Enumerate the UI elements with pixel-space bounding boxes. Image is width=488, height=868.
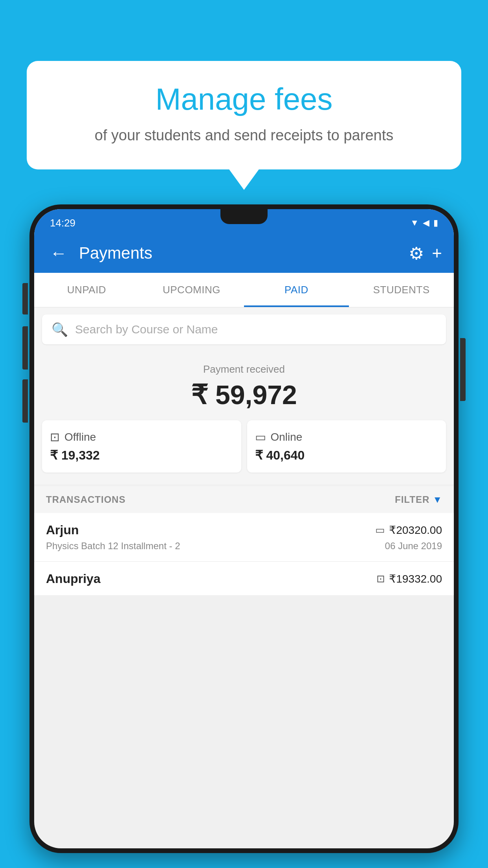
- transactions-label: TRANSACTIONS: [46, 494, 126, 505]
- transaction-detail-arjun: Physics Batch 12 Installment - 2: [46, 541, 180, 552]
- tab-unpaid[interactable]: UNPAID: [34, 273, 139, 307]
- offline-amount: ₹ 19,332: [50, 448, 233, 463]
- speech-bubble-title: Manage fees: [50, 83, 438, 116]
- transaction-amount-wrap-anupriya: ⊡ ₹19332.00: [376, 572, 442, 585]
- battery-icon: ▮: [433, 218, 438, 228]
- status-icons: ▼ ◀ ▮: [410, 218, 438, 228]
- search-icon: 🔍: [51, 322, 68, 337]
- payment-total-amount: ₹ 59,972: [42, 379, 446, 410]
- tab-students[interactable]: STUDENTS: [349, 273, 454, 307]
- payment-received-label: Payment received: [42, 363, 446, 375]
- volume-up-button: [22, 326, 28, 370]
- online-label: Online: [271, 431, 303, 443]
- transaction-online-icon-arjun: ▭: [375, 524, 385, 536]
- transaction-bottom-arjun: Physics Batch 12 Installment - 2 06 June…: [46, 541, 442, 552]
- speech-bubble-subtitle: of your students and send receipts to pa…: [50, 125, 438, 146]
- transaction-amount-wrap-arjun: ▭ ₹20320.00: [375, 524, 442, 537]
- settings-icon[interactable]: ⚙: [409, 243, 424, 263]
- filter-container[interactable]: FILTER ▼: [395, 494, 442, 505]
- transaction-offline-icon-anupriya: ⊡: [376, 573, 385, 585]
- back-button[interactable]: ←: [46, 239, 71, 267]
- offline-label: Offline: [64, 431, 96, 443]
- online-card: ▭ Online ₹ 40,640: [247, 420, 446, 473]
- transaction-top-anupriya: Anupriya ⊡ ₹19332.00: [46, 572, 442, 586]
- online-card-header: ▭ Online: [255, 430, 438, 444]
- tabs: UNPAID UPCOMING PAID STUDENTS: [34, 273, 454, 307]
- online-amount: ₹ 40,640: [255, 448, 438, 463]
- tab-paid[interactable]: PAID: [244, 273, 349, 307]
- transaction-name-anupriya: Anupriya: [46, 572, 101, 586]
- power-button: [460, 338, 466, 401]
- filter-label: FILTER: [395, 494, 429, 505]
- payment-cards: ⊡ Offline ₹ 19,332 ▭ Online ₹ 40,640: [42, 420, 446, 473]
- search-input[interactable]: Search by Course or Name: [75, 323, 218, 336]
- offline-card: ⊡ Offline ₹ 19,332: [42, 420, 241, 473]
- online-icon: ▭: [255, 430, 266, 444]
- offline-card-header: ⊡ Offline: [50, 430, 233, 444]
- speech-bubble: Manage fees of your students and send re…: [27, 61, 461, 169]
- transaction-row-anupriya[interactable]: Anupriya ⊡ ₹19332.00: [34, 562, 454, 595]
- phone-container: 14:29 ▼ ◀ ▮ ← Payments ⚙ +: [29, 204, 459, 868]
- search-container: 🔍 Search by Course or Name: [34, 307, 454, 351]
- status-time: 14:29: [50, 217, 75, 229]
- phone-screen: 14:29 ▼ ◀ ▮ ← Payments ⚙ +: [34, 209, 454, 848]
- payment-summary: Payment received ₹ 59,972 ⊡ Offline ₹ 19…: [34, 351, 454, 484]
- transaction-top-arjun: Arjun ▭ ₹20320.00: [46, 523, 442, 537]
- app-bar-actions: ⚙ +: [409, 243, 442, 263]
- add-icon[interactable]: +: [432, 243, 442, 263]
- transaction-amount-arjun: ₹20320.00: [389, 524, 442, 537]
- background: Manage fees of your students and send re…: [0, 0, 488, 868]
- phone-outer: 14:29 ▼ ◀ ▮ ← Payments ⚙ +: [29, 204, 459, 853]
- app-bar-title: Payments: [79, 244, 401, 263]
- search-bar[interactable]: 🔍 Search by Course or Name: [42, 314, 446, 344]
- volume-down-button: [22, 379, 28, 423]
- transaction-row-arjun[interactable]: Arjun ▭ ₹20320.00 Physics Batch 12 Insta…: [34, 513, 454, 562]
- transactions-header: TRANSACTIONS FILTER ▼: [34, 486, 454, 513]
- transaction-name-arjun: Arjun: [46, 523, 79, 537]
- filter-icon: ▼: [433, 494, 442, 505]
- tab-upcoming[interactable]: UPCOMING: [139, 273, 244, 307]
- speech-bubble-container: Manage fees of your students and send re…: [27, 61, 461, 169]
- wifi-icon: ▼: [410, 218, 419, 228]
- phone-notch: [220, 209, 268, 224]
- signal-icon: ◀: [423, 218, 429, 228]
- app-bar: ← Payments ⚙ +: [34, 234, 454, 273]
- offline-icon: ⊡: [50, 430, 60, 444]
- transaction-date-arjun: 06 June 2019: [385, 541, 442, 552]
- transaction-amount-anupriya: ₹19332.00: [389, 572, 442, 585]
